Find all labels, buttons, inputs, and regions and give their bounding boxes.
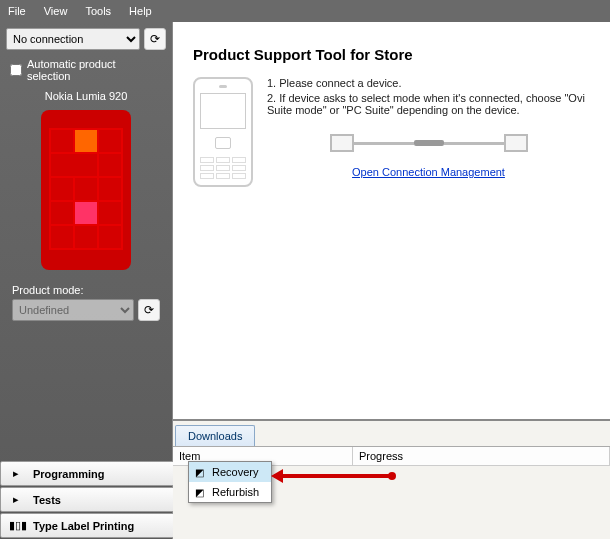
programming-button[interactable]: ▸ Programming <box>0 461 176 486</box>
sidebar-bottom-nav: ▸ Programming ▸ Tests ▮▯▮ Type Label Pri… <box>0 461 176 539</box>
chevron-right-icon: ▸ <box>9 493 23 506</box>
mode-refresh-button[interactable]: ⟳ <box>138 299 160 321</box>
context-recovery[interactable]: ◩ Recovery <box>189 462 271 482</box>
cable-icon <box>267 134 590 152</box>
programming-label: Programming <box>33 468 105 480</box>
column-progress[interactable]: Progress <box>353 447 610 465</box>
menubar: File View Tools Help <box>0 0 610 22</box>
printing-button[interactable]: ▮▯▮ Type Label Printing <box>0 513 176 538</box>
product-image <box>41 110 131 270</box>
tests-button[interactable]: ▸ Tests <box>0 487 176 512</box>
tab-downloads[interactable]: Downloads <box>175 425 255 446</box>
menu-help[interactable]: Help <box>129 5 152 17</box>
barcode-icon: ▮▯▮ <box>9 519 23 532</box>
menu-view[interactable]: View <box>44 5 68 17</box>
auto-selection-label: Automatic product selection <box>27 58 162 82</box>
printing-label: Type Label Printing <box>33 520 134 532</box>
context-refurbish[interactable]: ◩ Refurbish <box>189 482 271 502</box>
auto-selection-row[interactable]: Automatic product selection <box>6 56 166 84</box>
sidebar: No connection ⟳ Automatic product select… <box>0 22 172 539</box>
annotation-arrow <box>274 474 394 478</box>
product-mode-select[interactable]: Undefined <box>12 299 134 321</box>
product-mode-label: Product mode: <box>12 284 160 296</box>
recovery-icon: ◩ <box>195 467 207 478</box>
context-menu: ◩ Recovery ◩ Refurbish <box>188 461 272 503</box>
tests-label: Tests <box>33 494 61 506</box>
product-name: Nokia Lumia 920 <box>6 90 166 102</box>
menu-file[interactable]: File <box>8 5 26 17</box>
instructions: 1. Please connect a device. 2. If device… <box>267 77 590 187</box>
instruction-step-2: 2. If device asks to select mode when it… <box>267 92 590 116</box>
page-title: Product Support Tool for Store <box>193 46 590 63</box>
chevron-right-icon: ▸ <box>9 467 23 480</box>
phone-outline-icon <box>193 77 253 187</box>
auto-selection-checkbox[interactable] <box>10 64 22 76</box>
refurbish-icon: ◩ <box>195 487 207 498</box>
refresh-icon: ⟳ <box>144 303 154 317</box>
connection-select[interactable]: No connection <box>6 28 140 50</box>
open-connection-link[interactable]: Open Connection Management <box>352 166 505 178</box>
context-refurbish-label: Refurbish <box>212 486 259 498</box>
menu-tools[interactable]: Tools <box>85 5 111 17</box>
connection-refresh-button[interactable]: ⟳ <box>144 28 166 50</box>
instruction-step-1: 1. Please connect a device. <box>267 77 590 89</box>
refresh-icon: ⟳ <box>150 32 160 46</box>
context-recovery-label: Recovery <box>212 466 258 478</box>
